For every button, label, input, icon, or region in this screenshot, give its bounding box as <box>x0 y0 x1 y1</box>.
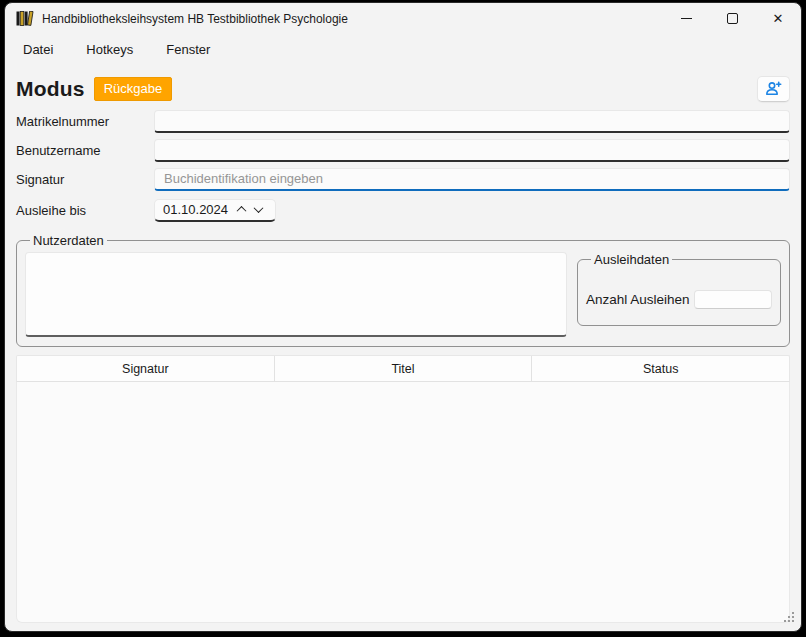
mode-row: Modus Rückgabe <box>16 73 790 104</box>
menu-hotkeys[interactable]: Hotkeys <box>86 42 133 57</box>
window-title: Handbibliotheksleihsystem HB Testbibliot… <box>42 12 348 26</box>
matrikelnummer-input[interactable] <box>154 110 790 133</box>
window-controls: ✕ <box>663 3 801 34</box>
form: Matrikelnummer Benutzername Signatur Aus… <box>16 110 790 221</box>
form-row-ausleihe-bis: Ausleihe bis <box>16 199 790 221</box>
minimize-icon <box>681 18 692 19</box>
anzahl-ausleihen-label: Anzahl Ausleihen <box>586 292 694 307</box>
close-button[interactable]: ✕ <box>755 3 801 34</box>
anzahl-row: Anzahl Ausleihen <box>586 290 772 309</box>
signatur-input[interactable] <box>154 168 790 191</box>
maximize-icon <box>727 13 738 24</box>
nutzerdaten-legend: Nutzerdaten <box>30 233 107 248</box>
title-bar: Handbibliotheksleihsystem HB Testbibliot… <box>5 3 801 34</box>
menu-fenster[interactable]: Fenster <box>166 42 210 57</box>
person-plus-icon <box>765 81 782 96</box>
add-user-button[interactable] <box>757 76 790 102</box>
chevron-down-icon <box>254 203 264 213</box>
minimize-button[interactable] <box>663 3 709 34</box>
ausleihdaten-legend: Ausleihdaten <box>591 252 672 267</box>
date-input[interactable] <box>163 202 233 217</box>
mode-badge: Rückgabe <box>94 77 173 101</box>
matrikelnummer-label: Matrikelnummer <box>16 114 154 129</box>
chevron-up-icon <box>237 206 247 216</box>
spin-down-button[interactable] <box>250 200 267 220</box>
table-body <box>16 382 790 623</box>
nutzerdaten-textarea[interactable] <box>25 252 567 337</box>
anzahl-ausleihen-input[interactable] <box>694 290 772 309</box>
form-row-benutzername: Benutzername <box>16 139 790 161</box>
screen: Handbibliotheksleihsystem HB Testbibliot… <box>0 0 806 637</box>
column-header-titel[interactable]: Titel <box>274 356 532 381</box>
close-icon: ✕ <box>773 12 784 25</box>
spin-up-button[interactable] <box>233 200 250 220</box>
loans-table: Signatur Titel Status <box>16 355 790 623</box>
page-title: Modus <box>16 77 85 101</box>
menu-datei[interactable]: Datei <box>23 42 53 57</box>
resize-grip[interactable] <box>784 609 795 627</box>
date-spinner[interactable] <box>154 199 276 222</box>
benutzername-input[interactable] <box>154 139 790 162</box>
signatur-label: Signatur <box>16 172 154 187</box>
app-window: Handbibliotheksleihsystem HB Testbibliot… <box>4 2 802 632</box>
ausleihe-bis-label: Ausleihe bis <box>16 203 154 218</box>
content: Modus Rückgabe Matrikelnummer Ben <box>5 73 801 623</box>
menu-bar: Datei Hotkeys Fenster <box>5 34 801 64</box>
books-icon <box>16 11 34 26</box>
column-header-status[interactable]: Status <box>531 356 789 381</box>
maximize-button[interactable] <box>709 3 755 34</box>
benutzername-label: Benutzername <box>16 143 154 158</box>
form-row-signatur: Signatur <box>16 168 790 190</box>
ausleihdaten-group: Ausleihdaten Anzahl Ausleihen <box>577 252 781 326</box>
column-header-signatur[interactable]: Signatur <box>17 356 274 381</box>
table-header: Signatur Titel Status <box>16 355 790 382</box>
form-row-matrikelnummer: Matrikelnummer <box>16 110 790 132</box>
nutzerdaten-group: Nutzerdaten Ausleihdaten Anzahl Ausleihe… <box>16 233 790 347</box>
